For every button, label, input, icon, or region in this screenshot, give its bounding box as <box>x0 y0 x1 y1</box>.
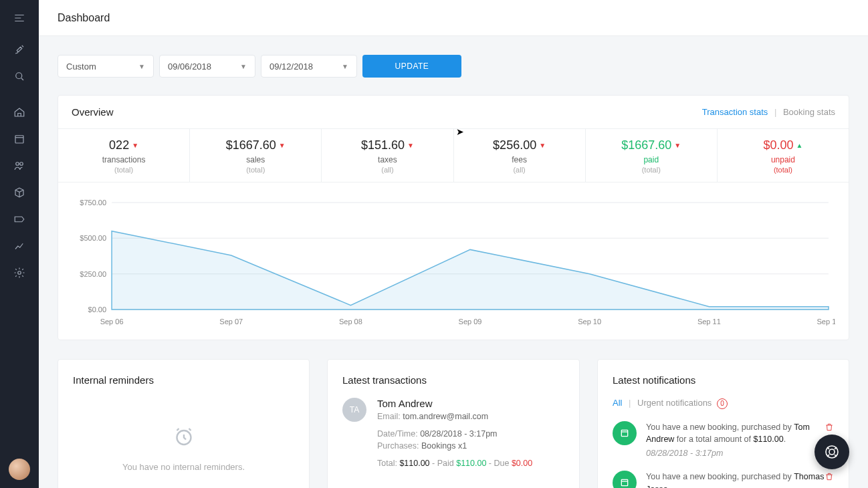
stat-cell[interactable]: 022▼transactions(total) <box>58 129 190 182</box>
page-title: Dashboard <box>58 12 110 24</box>
date-to-dropdown[interactable]: 09/12/2018 ▼ <box>261 55 357 78</box>
package-icon <box>13 187 25 199</box>
reminders-title: Internal reminders <box>73 374 294 386</box>
overview-header: Overview Transaction stats | Booking sta… <box>58 96 849 128</box>
lifebuoy-icon <box>824 444 840 460</box>
svg-text:Sep 09: Sep 09 <box>459 318 482 326</box>
stats-row: 022▼transactions(total)$1667.60▼sales(to… <box>58 128 849 182</box>
svg-text:Sep 12: Sep 12 <box>817 318 835 326</box>
overview-title: Overview <box>72 106 114 118</box>
nav-settings[interactable] <box>0 259 39 286</box>
bottom-row: Internal reminders You have no internal … <box>58 359 849 488</box>
reminders-card: Internal reminders You have no internal … <box>58 359 310 488</box>
filter-row: Custom ▼ 09/06/2018 ▼ 09/12/2018 ▼ UPDAT… <box>58 55 849 78</box>
date-to-value: 09/12/2018 <box>269 62 313 72</box>
tools-icon <box>13 43 25 55</box>
svg-point-3 <box>20 162 23 166</box>
menu-icon <box>13 12 25 24</box>
notif-tabs: All | Urgent notifications 0 <box>613 398 834 409</box>
trx-name: Tom Andrew <box>377 398 532 409</box>
notifications-card: Latest notifications All | Urgent notifi… <box>597 359 849 488</box>
nav-coupon[interactable] <box>0 206 39 233</box>
notification-item[interactable]: You have a new booking, purchased by Tom… <box>613 421 834 460</box>
svg-text:Sep 07: Sep 07 <box>219 318 243 326</box>
transactions-title: Latest transactions <box>342 374 564 386</box>
notif-icon <box>613 471 637 488</box>
range-dropdown[interactable]: Custom ▼ <box>58 55 154 78</box>
booking-stats-link[interactable]: Booking stats <box>783 107 835 117</box>
svg-rect-21 <box>621 430 627 436</box>
chevron-down-icon: ▼ <box>240 63 247 70</box>
header: Dashboard <box>39 0 868 36</box>
sidebar <box>0 0 39 488</box>
stat-cell[interactable]: $1667.60▼sales(total) <box>190 129 322 182</box>
nav-people[interactable] <box>0 152 39 179</box>
svg-rect-22 <box>621 479 627 485</box>
svg-text:Sep 11: Sep 11 <box>697 318 721 326</box>
content: Custom ▼ 09/06/2018 ▼ 09/12/2018 ▼ UPDAT… <box>39 36 868 488</box>
notif-list: You have a new booking, purchased by Tom… <box>613 421 834 489</box>
nav-calendar[interactable] <box>0 126 39 152</box>
transactions-card: Latest transactions TA Tom Andrew Email:… <box>327 359 580 488</box>
chart-area: $0.00$250.00$500.00$750.00Sep 06Sep 07Se… <box>58 182 849 340</box>
home-icon <box>13 106 25 118</box>
user-avatar[interactable] <box>9 459 30 480</box>
svg-point-4 <box>18 271 21 275</box>
nav-package[interactable] <box>0 179 39 206</box>
svg-point-2 <box>16 162 19 166</box>
chart-icon <box>13 240 25 252</box>
notif-body: You have a new booking, purchased by Tom… <box>646 421 834 460</box>
date-from-value: 09/06/2018 <box>168 62 211 72</box>
help-fab[interactable] <box>815 435 849 469</box>
stat-cell[interactable]: $0.00▲unpaid(total) <box>718 129 849 182</box>
notif-tab-all[interactable]: All <box>613 398 622 408</box>
calendar-icon <box>13 133 25 145</box>
nav-home[interactable] <box>0 99 39 126</box>
notifications-title: Latest notifications <box>613 374 834 386</box>
date-from-dropdown[interactable]: 09/06/2018 ▼ <box>159 55 255 78</box>
menu-toggle[interactable] <box>0 0 39 36</box>
nav-tools[interactable] <box>0 36 39 63</box>
chevron-down-icon: ▼ <box>342 63 348 70</box>
reminders-empty: You have no internal reminders. <box>73 398 294 472</box>
svg-text:$750.00: $750.00 <box>80 199 106 207</box>
nav-analytics[interactable] <box>0 233 39 259</box>
notif-tab-urgent[interactable]: Urgent notifications <box>637 398 712 408</box>
overview-panel: Overview Transaction stats | Booking sta… <box>58 95 849 340</box>
notif-icon <box>613 421 637 445</box>
clock-icon <box>172 424 196 449</box>
avatar: TA <box>342 398 366 422</box>
range-value: Custom <box>66 62 96 72</box>
people-icon <box>13 160 25 172</box>
notif-body: You have a new booking, purchased by Tho… <box>646 471 834 488</box>
overview-links: Transaction stats | Booking stats <box>702 107 835 117</box>
svg-text:Sep 10: Sep 10 <box>578 318 601 326</box>
stat-cell[interactable]: $1667.60▼paid(total) <box>586 129 718 182</box>
urgent-count-badge: 0 <box>717 398 728 409</box>
transaction-stats-link[interactable]: Transaction stats <box>702 107 768 117</box>
svg-point-0 <box>16 73 22 79</box>
tag-icon <box>13 213 25 225</box>
area-chart: $0.00$250.00$500.00$750.00Sep 06Sep 07Se… <box>72 196 835 330</box>
stat-cell[interactable]: $256.00▼fees(all) <box>454 129 586 182</box>
delete-notification[interactable] <box>825 472 834 483</box>
svg-text:$250.00: $250.00 <box>80 270 106 278</box>
nav-search[interactable] <box>0 63 39 90</box>
stat-cell[interactable]: $151.60▼taxes(all) <box>322 129 453 182</box>
reminders-empty-text: You have no internal reminders. <box>122 462 245 472</box>
chevron-down-icon: ▼ <box>138 63 145 70</box>
svg-text:$500.00: $500.00 <box>80 234 106 242</box>
search-icon <box>13 70 25 82</box>
delete-notification[interactable] <box>825 422 834 434</box>
svg-text:$0.00: $0.00 <box>88 306 107 314</box>
svg-text:Sep 08: Sep 08 <box>339 318 362 326</box>
svg-text:Sep 06: Sep 06 <box>100 318 124 326</box>
notification-item[interactable]: You have a new booking, purchased by Tho… <box>613 471 834 488</box>
update-button[interactable]: UPDATE <box>362 55 461 78</box>
svg-point-24 <box>829 449 835 455</box>
transaction-item[interactable]: TA Tom Andrew Email: tom.andrew@mail.com… <box>342 398 564 468</box>
transaction-body: Tom Andrew Email: tom.andrew@mail.com Da… <box>377 398 532 468</box>
gear-icon <box>13 267 25 279</box>
svg-rect-1 <box>15 136 23 143</box>
